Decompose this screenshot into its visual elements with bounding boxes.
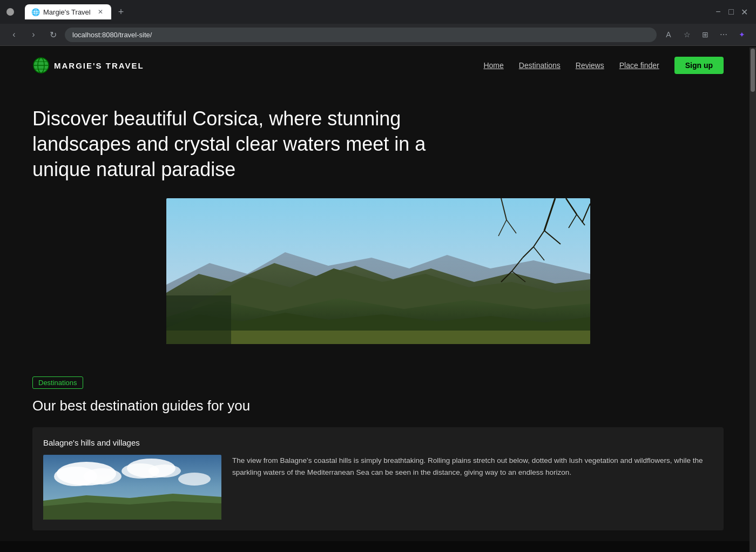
card-title: Balagne's hills and villages bbox=[43, 438, 713, 447]
browser-action-buttons: A ☆ ⊞ ⋯ ✦ bbox=[661, 27, 750, 42]
nav-links: Home Destinations Reviews Place finder S… bbox=[483, 57, 724, 74]
title-bar: 🌐 Margie's Travel ✕ + − □ ✕ bbox=[0, 0, 756, 24]
settings-button[interactable]: ⋯ bbox=[716, 27, 731, 42]
extension-button[interactable]: ✦ bbox=[734, 27, 750, 42]
destinations-section: Destinations Our best destination guides… bbox=[0, 355, 756, 541]
address-bar-row: ‹ › ↻ A ☆ ⊞ ⋯ ✦ bbox=[0, 24, 756, 45]
svg-point-37 bbox=[148, 465, 181, 477]
close-button[interactable]: ✕ bbox=[739, 6, 750, 17]
back-button[interactable]: ‹ bbox=[6, 27, 22, 42]
hero-image bbox=[166, 198, 590, 344]
window-controls: − □ ✕ bbox=[713, 6, 750, 17]
browser-window-controls bbox=[6, 8, 14, 16]
site-navigation: MARGIE'S TRAVEL Home Destinations Review… bbox=[0, 46, 756, 85]
address-bar-input[interactable] bbox=[65, 28, 657, 42]
tab-favicon: 🌐 bbox=[31, 8, 39, 16]
svg-point-38 bbox=[178, 473, 211, 486]
hero-section: Discover beautiful Corsica, where stunni… bbox=[0, 85, 756, 355]
active-tab[interactable]: 🌐 Margie's Travel ✕ bbox=[25, 4, 111, 19]
destination-card: Balagne's hills and villages bbox=[32, 427, 724, 530]
profile-avatar[interactable] bbox=[6, 8, 14, 16]
nav-reviews[interactable]: Reviews bbox=[576, 61, 604, 70]
logo-text: MARGIE'S TRAVEL bbox=[54, 61, 144, 70]
nav-home[interactable]: Home bbox=[483, 61, 503, 70]
svg-rect-30 bbox=[166, 295, 231, 344]
hero-title: Discover beautiful Corsica, where stunni… bbox=[32, 106, 454, 182]
website-content: MARGIE'S TRAVEL Home Destinations Review… bbox=[0, 46, 756, 541]
sign-up-button[interactable]: Sign up bbox=[674, 57, 724, 74]
maximize-button[interactable]: □ bbox=[726, 6, 737, 17]
minimize-button[interactable]: − bbox=[713, 6, 724, 17]
card-content: The view from Balagne's coastal hills is… bbox=[43, 455, 713, 520]
tab-close-button[interactable]: ✕ bbox=[96, 8, 105, 16]
tab-bar: 🌐 Margie's Travel ✕ + bbox=[18, 4, 135, 19]
reader-mode-button[interactable]: A bbox=[661, 27, 676, 42]
refresh-button[interactable]: ↻ bbox=[45, 27, 60, 42]
favorites-button[interactable]: ☆ bbox=[679, 27, 694, 42]
new-tab-button[interactable]: + bbox=[113, 4, 129, 19]
collections-button[interactable]: ⊞ bbox=[698, 27, 713, 42]
tab-title-text: Margie's Travel bbox=[43, 8, 92, 16]
svg-point-34 bbox=[84, 468, 122, 484]
forward-button[interactable]: › bbox=[26, 27, 41, 42]
browser-chrome: 🌐 Margie's Travel ✕ + − □ ✕ ‹ › ↻ A ☆ ⊞ … bbox=[0, 0, 756, 46]
nav-place-finder[interactable]: Place finder bbox=[619, 61, 659, 70]
card-image bbox=[43, 455, 221, 520]
destinations-heading: Our best destination guides for you bbox=[32, 398, 724, 414]
nav-destinations[interactable]: Destinations bbox=[519, 61, 561, 70]
logo-globe-icon bbox=[32, 57, 50, 74]
scrollbar[interactable] bbox=[750, 48, 756, 552]
destinations-badge: Destinations bbox=[32, 376, 83, 389]
site-logo[interactable]: MARGIE'S TRAVEL bbox=[32, 57, 144, 74]
card-description: The view from Balagne's coastal hills is… bbox=[232, 455, 713, 520]
scrollbar-thumb[interactable] bbox=[751, 49, 755, 92]
